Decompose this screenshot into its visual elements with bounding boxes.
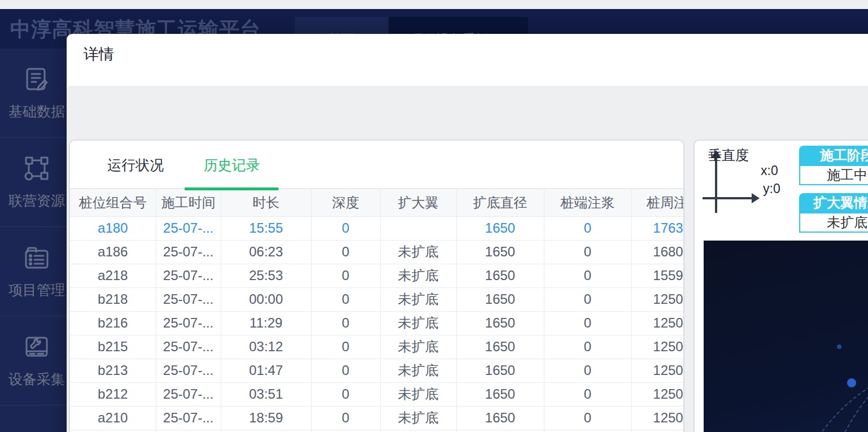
table-cell: 01:47 <box>221 359 311 382</box>
decorative-dot <box>847 378 856 387</box>
table-header-row: 桩位组合号施工时间时长深度扩大翼扩底直径桩端注浆桩周注浆 <box>70 189 684 216</box>
table-cell: 0 <box>544 216 631 240</box>
table-cell: a218 <box>70 264 156 287</box>
table-cell: a209 <box>70 430 156 432</box>
table-row[interactable]: b21825-07-...00:000未扩底165001250.6 <box>70 287 684 311</box>
table-cell: 1250.6 <box>631 335 684 359</box>
table-cell: 1650 <box>456 240 544 264</box>
decorative-dot <box>837 344 841 349</box>
table-cell: 1250.6 <box>631 359 684 382</box>
table-cell: 未扩底 <box>380 335 456 359</box>
table-cell: 25-07-... <box>156 240 221 264</box>
table-row[interactable]: a21825-07-...25:530未扩底165001559.3 <box>70 264 684 287</box>
table-cell: 未扩底 <box>380 264 456 287</box>
table-cell: 03:12 <box>221 335 311 359</box>
sidebar-item-label: 设备采集 <box>8 370 65 389</box>
table-cell: 0 <box>544 240 631 264</box>
badge-title: 扩大翼情况 <box>799 193 868 212</box>
details-modal: 详情 运行状况 历史记录 桩位组合号施工时间时长深度扩大翼扩底直径桩端注浆桩周注… <box>67 34 868 432</box>
table-row[interactable]: a18025-07-...15:550165001763.3 <box>70 216 684 240</box>
table-cell: 25-07-... <box>156 287 221 311</box>
table-cell: 1650 <box>456 430 544 432</box>
history-table: 桩位组合号施工时间时长深度扩大翼扩底直径桩端注浆桩周注浆 a18025-07-.… <box>70 189 684 432</box>
table-cell: 0 <box>311 287 380 311</box>
table-row[interactable]: a20925-07-...03:450未扩底165001184.4 <box>70 430 684 432</box>
sidebar-item-project-management[interactable]: 项目管理 <box>0 227 73 316</box>
column-header[interactable]: 扩大翼 <box>380 189 456 216</box>
table-cell: 1650 <box>456 406 544 430</box>
table-cell: 0 <box>311 240 380 264</box>
table-cell: 1250.6 <box>631 287 684 311</box>
sidebar-item-joint-resources[interactable]: 联营资源 <box>0 138 73 227</box>
top-strip <box>0 0 868 9</box>
table-cell: 25-07-... <box>156 335 221 359</box>
table-cell: 1650 <box>456 359 544 382</box>
table-row[interactable]: b21325-07-...01:470未扩底165001250.6 <box>70 359 684 382</box>
table-row[interactable]: b21525-07-...03:120未扩底165001250.6 <box>70 335 684 359</box>
table-cell: 11:29 <box>221 311 311 335</box>
modal-body: 运行状况 历史记录 桩位组合号施工时间时长深度扩大翼扩底直径桩端注浆桩周注浆 a… <box>67 86 868 432</box>
table-cell: 未扩底 <box>380 406 456 430</box>
table-cell: 1650 <box>456 216 544 240</box>
table-row[interactable]: b21225-07-...03:510未扩底165001250.6 <box>70 382 684 406</box>
table-cell: b212 <box>70 382 156 406</box>
table-cell: 03:45 <box>221 430 311 432</box>
column-header[interactable]: 扩底直径 <box>456 189 544 216</box>
tab-running-status[interactable]: 运行状况 <box>89 141 182 189</box>
table-cell: 1650 <box>456 335 544 359</box>
sidebar-item-label: 项目管理 <box>8 281 65 299</box>
table-cell: 0 <box>311 335 380 359</box>
table-cell: 00:00 <box>221 287 311 311</box>
verticality-x-value: x:0 <box>761 163 778 178</box>
table-cell: 1650 <box>456 311 544 335</box>
badge-value: 施工中 <box>799 165 868 185</box>
table-cell: a180 <box>70 216 156 240</box>
table-cell: 1680.6 <box>631 240 684 264</box>
table-cell: 0 <box>311 382 380 406</box>
column-header[interactable]: 深度 <box>311 189 380 216</box>
table-cell: 25-07-... <box>156 216 221 240</box>
device-wrench-icon <box>23 333 50 363</box>
table-cell: 0 <box>311 430 380 432</box>
table-cell: 0 <box>311 359 380 382</box>
column-header[interactable]: 施工时间 <box>156 189 221 216</box>
table-cell: 0 <box>544 359 631 382</box>
horizontal-axis-arrow-icon <box>703 197 757 199</box>
table-cell: 25-07-... <box>156 430 221 432</box>
table-cell: 0 <box>544 382 631 406</box>
column-header[interactable]: 桩端注浆 <box>544 189 631 216</box>
column-header[interactable]: 时长 <box>221 189 311 216</box>
page: 中淳高科智慧施工运输平台 首页 项目设备看板✕ 基础数据 联营资源 项目管理 <box>0 0 868 432</box>
table-row[interactable]: a21025-07-...18:590未扩底165001250.6 <box>70 406 684 430</box>
table-cell: a186 <box>70 240 156 264</box>
tab-history-records[interactable]: 历史记录 <box>185 141 278 189</box>
table-cell: 1650 <box>456 382 544 406</box>
table-cell: 未扩底 <box>380 311 456 335</box>
table-cell: b215 <box>70 335 156 359</box>
table-cell: 未扩底 <box>380 240 456 264</box>
table-cell: 25-07-... <box>156 359 221 382</box>
table-cell: 未扩底 <box>380 430 456 432</box>
table-cell: 0 <box>544 264 631 287</box>
table-cell: b218 <box>70 287 156 311</box>
table-cell: 1650 <box>456 287 544 311</box>
modal-title: 详情 <box>84 44 114 64</box>
table-cell: 0 <box>311 311 380 335</box>
table-cell: 1250.6 <box>631 311 684 335</box>
column-header[interactable]: 桩周注浆 <box>631 189 684 216</box>
table-cell: 18:59 <box>221 406 311 430</box>
sidebar-item-basic-data[interactable]: 基础数据 <box>0 49 73 138</box>
table-cell: 25-07-... <box>156 406 221 430</box>
column-header[interactable]: 桩位组合号 <box>70 189 156 216</box>
sidebar-item-label: 基础数据 <box>8 102 65 121</box>
detail-tabs: 运行状况 历史记录 <box>70 141 683 189</box>
table-row[interactable]: b21625-07-...11:290未扩底165001250.6 <box>70 311 684 335</box>
project-list-icon <box>23 244 50 273</box>
sidebar-item-device-collection[interactable]: 设备采集 <box>0 316 73 405</box>
enlarged-wing-badge: 扩大翼情况 未扩底 <box>799 193 868 233</box>
table-cell: 未扩底 <box>380 359 456 382</box>
table-cell: 0 <box>311 264 380 287</box>
table-row[interactable]: a18625-07-...06:230未扩底165001680.6 <box>70 240 684 264</box>
network-nodes-icon <box>23 155 50 184</box>
sidebar: 基础数据 联营资源 项目管理 设备采集 <box>0 49 73 432</box>
